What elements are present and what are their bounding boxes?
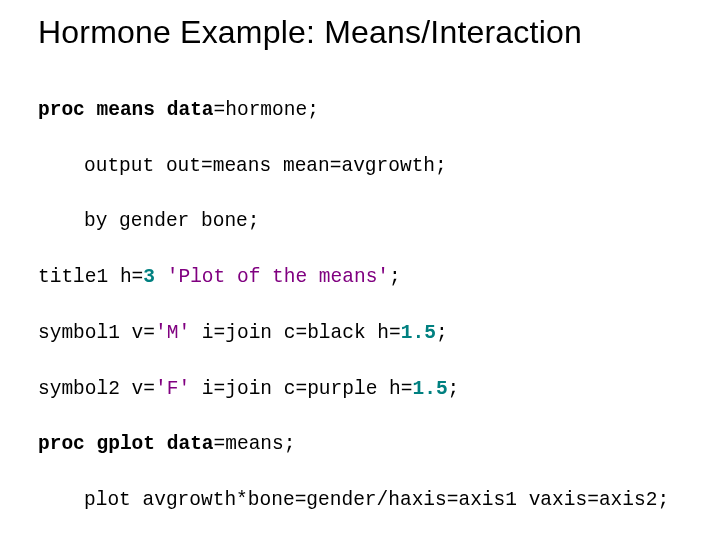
keyword-means: means bbox=[97, 99, 156, 121]
number-literal: 3 bbox=[143, 266, 155, 288]
code-line: output out=means mean=avgrowth; bbox=[38, 153, 692, 181]
code-line: symbol1 v='M' i=join c=black h=1.5; bbox=[38, 320, 692, 348]
code-text: =hormone; bbox=[214, 99, 319, 121]
keyword-proc: proc bbox=[38, 99, 85, 121]
code-block: proc means data=hormone; output out=mean… bbox=[38, 69, 692, 540]
code-line: symbol2 v='F' i=join c=purple h=1.5; bbox=[38, 376, 692, 404]
code-text: title1 h= bbox=[38, 266, 143, 288]
code-line: title1 h=3 'Plot of the means'; bbox=[38, 264, 692, 292]
string-literal: 'F' bbox=[155, 378, 190, 400]
number-literal: 1.5 bbox=[412, 378, 447, 400]
code-text: ; bbox=[448, 378, 460, 400]
code-text: ; bbox=[436, 322, 448, 344]
keyword-gplot: gplot bbox=[97, 433, 156, 455]
code-line: proc gplot data=means; bbox=[38, 431, 692, 459]
code-text: i=join c=black h= bbox=[190, 322, 401, 344]
code-line: proc means data=hormone; bbox=[38, 97, 692, 125]
code-text: ; bbox=[389, 266, 401, 288]
keyword-proc: proc bbox=[38, 433, 85, 455]
string-literal: 'M' bbox=[155, 322, 190, 344]
code-text: symbol1 v= bbox=[38, 322, 155, 344]
number-literal: 1.5 bbox=[401, 322, 436, 344]
code-line: by gender bone; bbox=[38, 208, 692, 236]
string-literal: 'Plot of the means' bbox=[167, 266, 389, 288]
code-text: i=join c=purple h= bbox=[190, 378, 412, 400]
slide-title: Hormone Example: Means/Interaction bbox=[38, 14, 692, 51]
code-text: symbol2 v= bbox=[38, 378, 155, 400]
slide: Hormone Example: Means/Interaction proc … bbox=[0, 0, 720, 540]
keyword-data: data bbox=[167, 433, 214, 455]
code-text: =means; bbox=[214, 433, 296, 455]
code-line: plot avgrowth*bone=gender/haxis=axis1 va… bbox=[38, 487, 692, 515]
keyword-data: data bbox=[167, 99, 214, 121]
